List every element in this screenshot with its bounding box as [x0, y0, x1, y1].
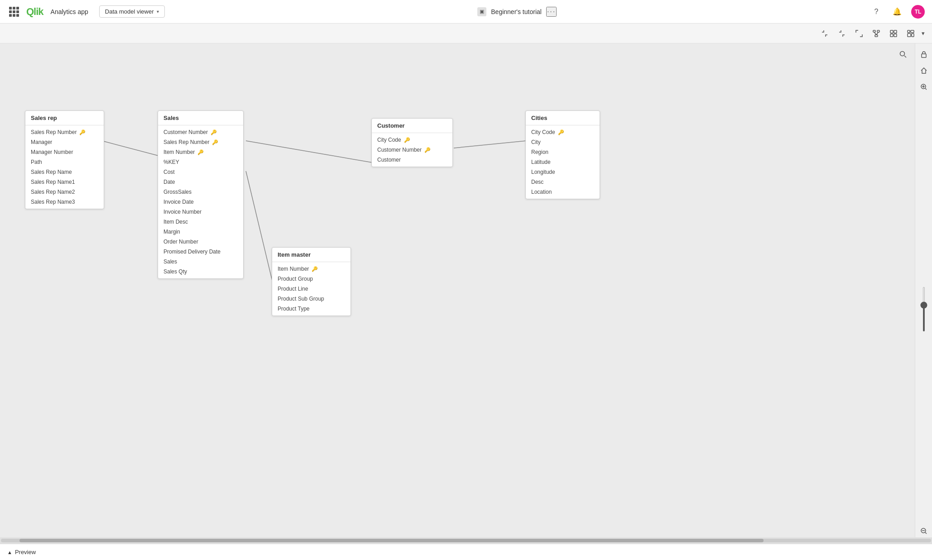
search-button[interactable]	[897, 48, 909, 61]
zoom-slider[interactable]	[923, 287, 925, 332]
svg-line-19	[925, 88, 927, 90]
field-sales-rep-number-s: Sales Rep Number 🔑	[158, 137, 243, 147]
chevron-down-icon: ▾	[157, 9, 159, 14]
key-icon-ci: 🔑	[558, 129, 564, 135]
notifications-button[interactable]: 🔔	[890, 5, 904, 19]
data-model-viewer-dropdown[interactable]: Data model viewer ▾	[99, 5, 165, 18]
bottom-bar: ▲ Preview	[0, 544, 932, 560]
field-item-desc: Item Desc	[158, 217, 243, 227]
connections-svg	[0, 43, 932, 537]
svg-rect-8	[894, 34, 897, 37]
zoom-in-btn[interactable]	[918, 81, 930, 93]
field-longitude: Longitude	[526, 167, 600, 177]
app-header: Qlik Analytics app Data model viewer ▾ ▣…	[0, 0, 932, 24]
field-product-sub-group: Product Sub Group	[272, 294, 351, 304]
layout-dropdown-arrow[interactable]: ▾	[922, 30, 925, 37]
layout-options-button[interactable]	[904, 27, 917, 40]
sales-table-header: Sales	[158, 111, 243, 125]
lock-icon-btn[interactable]	[918, 48, 930, 61]
zoom-out-btn[interactable]	[918, 525, 930, 537]
svg-line-23	[925, 532, 927, 534]
svg-line-13	[102, 141, 159, 156]
svg-rect-17	[922, 54, 926, 57]
field-path: Path	[25, 157, 104, 167]
more-options-button[interactable]: ···	[546, 7, 557, 17]
grid-menu-button[interactable]	[7, 5, 21, 19]
svg-rect-9	[908, 30, 910, 33]
svg-rect-1	[877, 30, 879, 32]
node-layout-button[interactable]	[870, 27, 883, 40]
field-cost: Cost	[158, 167, 243, 177]
dropdown-label: Data model viewer	[105, 8, 154, 15]
field-customer: Customer	[372, 155, 452, 165]
field-product-type: Product Type	[272, 304, 351, 314]
field-invoice-date: Invoice Date	[158, 197, 243, 207]
qlik-logo: Qlik	[26, 6, 43, 18]
customer-table-header: Customer	[372, 119, 452, 133]
sales-rep-fields: Sales Rep Number 🔑 Manager Manager Numbe…	[25, 125, 104, 209]
customer-table: Customer City Code 🔑 Customer Number 🔑 C…	[371, 118, 453, 167]
apps-grid-icon	[9, 7, 19, 17]
cities-table: Cities City Code 🔑 City Region Latitude …	[525, 110, 600, 199]
sales-table: Sales Customer Number 🔑 Sales Rep Number…	[158, 110, 244, 279]
field-sales-rep-name3: Sales Rep Name3	[25, 197, 104, 207]
svg-rect-12	[912, 34, 914, 37]
preview-arrow-icon: ▲	[7, 550, 12, 555]
svg-rect-11	[908, 34, 911, 37]
user-avatar[interactable]: TL	[911, 5, 925, 19]
compress-center-button[interactable]	[836, 27, 848, 40]
svg-rect-10	[911, 30, 914, 33]
right-sidebar	[915, 43, 932, 537]
field-city: City	[526, 137, 600, 147]
svg-rect-7	[890, 34, 893, 37]
svg-rect-5	[890, 30, 893, 33]
help-button[interactable]: ?	[870, 5, 883, 19]
field-city-code-ci: City Code 🔑	[526, 127, 600, 137]
key-icon-cc: 🔑	[404, 137, 410, 143]
field-product-group: Product Group	[272, 274, 351, 284]
field-margin: Margin	[158, 227, 243, 237]
compress-left-button[interactable]	[818, 27, 831, 40]
key-icon-cnc: 🔑	[424, 147, 431, 153]
svg-line-4	[876, 32, 879, 35]
field-manager: Manager	[25, 137, 104, 147]
field-item-number-im: Item Number 🔑	[272, 264, 351, 274]
key-icon-ins: 🔑	[197, 149, 204, 155]
key-icon-im: 🔑	[312, 266, 318, 272]
field-invoice-number: Invoice Number	[158, 207, 243, 217]
key-icon-cn: 🔑	[211, 129, 217, 135]
field-manager-number: Manager Number	[25, 147, 104, 157]
field-item-number-s: Item Number 🔑	[158, 147, 243, 157]
field-sales-rep-number: Sales Rep Number 🔑	[25, 127, 104, 137]
item-master-table: Item master Item Number 🔑 Product Group …	[272, 247, 351, 316]
field-order-number: Order Number	[158, 237, 243, 247]
key-icon-srns: 🔑	[212, 139, 218, 145]
sales-fields: Customer Number 🔑 Sales Rep Number 🔑 Ite…	[158, 125, 243, 278]
preview-toggle[interactable]: ▲ Preview	[7, 549, 36, 555]
svg-line-15	[246, 171, 273, 282]
field-sales-rep-name2: Sales Rep Name2	[25, 187, 104, 197]
scroll-thumb	[19, 539, 764, 542]
horizontal-scrollbar[interactable]	[0, 537, 932, 544]
item-master-table-header: Item master	[272, 248, 351, 262]
field-latitude: Latitude	[526, 157, 600, 167]
svg-line-3	[874, 32, 877, 35]
grid-2-button[interactable]	[887, 27, 900, 40]
app-title: Analytics app	[51, 8, 88, 15]
cities-table-header: Cities	[526, 111, 600, 125]
customer-fields: City Code 🔑 Customer Number 🔑 Customer	[372, 133, 452, 167]
svg-line-16	[454, 141, 526, 148]
field-pct-key: %KEY	[158, 157, 243, 167]
svg-line-14	[246, 141, 372, 163]
field-promised-delivery-date: Promised Delivery Date	[158, 247, 243, 257]
expand-button[interactable]	[853, 27, 865, 40]
field-location: Location	[526, 187, 600, 197]
field-sales-qty: Sales Qty	[158, 267, 243, 277]
field-sales: Sales	[158, 257, 243, 267]
svg-line-26	[904, 56, 906, 57]
header-center: ▣ Beginner's tutorial ···	[170, 7, 864, 17]
home-icon-btn[interactable]	[918, 64, 930, 77]
item-master-fields: Item Number 🔑 Product Group Product Line…	[272, 262, 351, 316]
preview-label: Preview	[15, 549, 36, 555]
toolbar-row: ▾	[0, 24, 932, 43]
